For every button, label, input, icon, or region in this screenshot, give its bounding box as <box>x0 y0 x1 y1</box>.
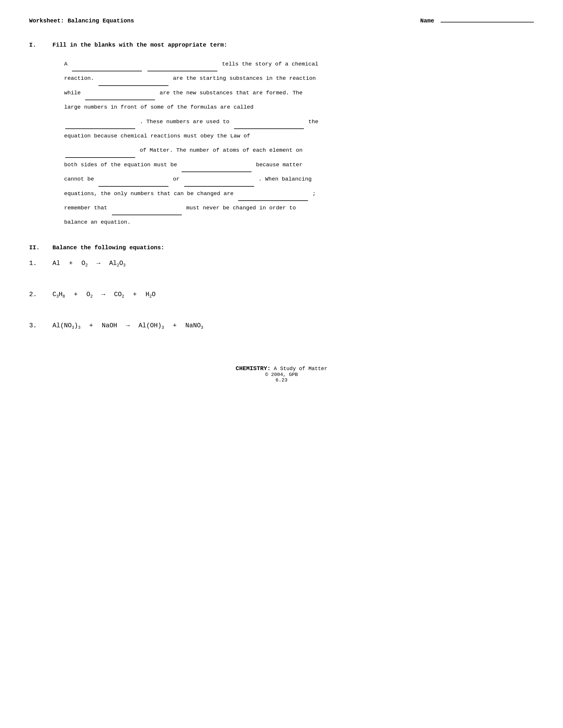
blank-2 <box>147 71 217 71</box>
blank-5 <box>65 128 135 129</box>
text-the: the <box>308 119 318 125</box>
blank-10 <box>184 186 254 187</box>
text-tells: tells the story of a chemical <box>222 61 319 67</box>
eq-2-c3h8: C3H8 <box>52 291 65 299</box>
eq-1-content: Al + O2 → Al2O3 <box>52 260 126 268</box>
equation-1: 1. Al + O2 → Al2O3 <box>29 260 534 268</box>
eq-2-plus-2: + <box>133 291 137 298</box>
eq-3-aloh: Al(OH)3 <box>138 322 164 330</box>
blank-12 <box>112 215 182 215</box>
text-or: or <box>173 176 179 182</box>
blank-11 <box>238 200 308 201</box>
fill-blank-text: A tells the story of a chemical reaction… <box>64 57 534 230</box>
text-remember-that: remember that <box>64 205 107 211</box>
blank-3 <box>98 85 168 86</box>
blank-7 <box>65 157 135 158</box>
text-these-numbers: . These numbers are used to <box>140 119 229 125</box>
eq-2-plus-1: + <box>74 291 77 298</box>
name-underline <box>441 22 534 22</box>
eq-1-number: 1. <box>29 260 47 267</box>
eq-2-h2o: H2O <box>145 291 156 299</box>
eq-1-al2o3: Al2O3 <box>109 260 125 268</box>
eq-1-plus-1: + <box>69 260 73 267</box>
eq-3-nano3: NaNO3 <box>185 322 203 330</box>
blank-4 <box>85 100 155 100</box>
section-ii: II. Balance the following equations: 1. … <box>29 244 534 330</box>
eq-2-o2: O2 <box>86 291 93 299</box>
section-i-title: I. Fill in the blanks with the most appr… <box>29 42 534 48</box>
eq-2-co2: CO2 <box>114 291 124 299</box>
footer-subtitle: A Study of Matter <box>274 366 328 372</box>
text-must-never: must never be changed in order to <box>186 205 296 211</box>
eq-3-naoh: NaOH <box>102 322 117 329</box>
blank-6 <box>234 128 304 129</box>
section-ii-heading: Balance the following equations: <box>52 244 164 251</box>
footer-copyright: © 2004, GPB <box>29 372 534 377</box>
eq-3-arrow: → <box>126 322 130 329</box>
section-i-number: I. <box>29 42 44 48</box>
eq-3-content: Al(NO3)3 + NaOH → Al(OH)3 + NaNO3 <box>52 322 203 330</box>
text-when-balancing: . When balancing <box>258 176 312 182</box>
eq-1-arrow: → <box>96 260 100 267</box>
text-semicolon: ; <box>313 190 316 197</box>
text-while: while <box>64 90 81 96</box>
eq-2-number: 2. <box>29 291 47 298</box>
text-of-matter: of Matter. The number of atoms of each e… <box>140 147 303 153</box>
text-reaction: reaction. <box>64 75 94 82</box>
eq-1-al: Al <box>52 260 60 267</box>
blank-8 <box>181 172 251 172</box>
text-cannot-be: cannot be <box>64 176 94 182</box>
section-i: I. Fill in the blanks with the most appr… <box>29 42 534 230</box>
text-equation-because: equation because chemical reactions must… <box>64 133 250 139</box>
equation-2: 2. C3H8 + O2 → CO2 + H2O <box>29 291 534 299</box>
section-ii-title: II. Balance the following equations: <box>29 244 534 251</box>
eq-3-alno3: Al(NO3)3 <box>52 322 80 330</box>
text-equations-only: equations, the only numbers that can be … <box>64 190 234 197</box>
name-field-label: Name <box>420 17 534 24</box>
eq-3-number: 3. <box>29 322 47 329</box>
blank-1 <box>72 71 142 71</box>
text-large-numbers: large numbers in front of some of the fo… <box>64 104 253 110</box>
text-balance: balance an equation. <box>64 219 130 225</box>
page-header: Worksheet: Balancing Equations Name <box>29 17 534 24</box>
equation-3: 3. Al(NO3)3 + NaOH → Al(OH)3 + NaNO3 <box>29 322 534 330</box>
text-because-matter: because matter <box>256 162 303 168</box>
eq-2-arrow: → <box>101 291 105 298</box>
page-footer: CHEMISTRY: A Study of Matter © 2004, GPB… <box>29 365 534 383</box>
text-both-sides: both sides of the equation must be <box>64 162 177 168</box>
text-are-new: are the new substances that are formed. … <box>160 90 303 96</box>
eq-3-plus-1: + <box>89 322 93 329</box>
footer-title-line: CHEMISTRY: A Study of Matter <box>29 365 534 372</box>
eq-1-o2: O2 <box>82 260 88 268</box>
section-i-heading: Fill in the blanks with the most appropr… <box>52 42 227 48</box>
text-a: A <box>64 61 67 67</box>
eq-3-plus-2: + <box>173 322 176 329</box>
eq-2-content: C3H8 + O2 → CO2 + H2O <box>52 291 156 299</box>
footer-page: 6.23 <box>29 377 534 383</box>
footer-brand: CHEMISTRY: <box>236 365 271 372</box>
section-ii-number: II. <box>29 244 44 251</box>
blank-9 <box>98 186 168 187</box>
worksheet-title: Worksheet: Balancing Equations <box>29 17 134 24</box>
text-are-starting: are the starting substances in the react… <box>173 75 316 82</box>
